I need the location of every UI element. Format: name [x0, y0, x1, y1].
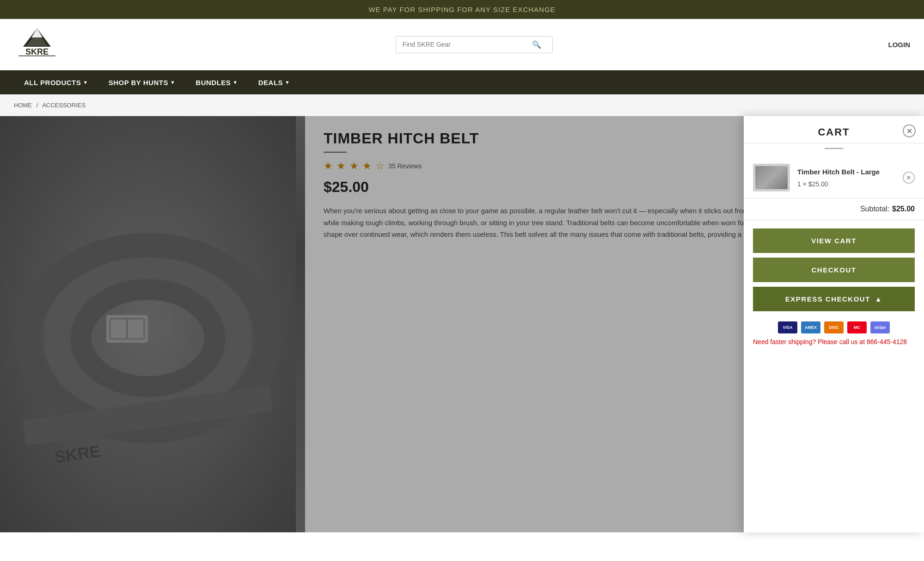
- stripe-icon: stripe: [870, 321, 890, 333]
- login-label[interactable]: LOGIN: [888, 41, 911, 49]
- logo-area[interactable]: SKRE: [14, 26, 60, 63]
- svg-text:SKRE: SKRE: [25, 47, 49, 56]
- chevron-up-icon: ▲: [875, 295, 882, 303]
- cart-item-qty-price: 1 × $25.00: [797, 180, 895, 188]
- nav-item-hunts[interactable]: SHOP BY HUNTS ▼: [98, 70, 186, 94]
- breadcrumb-current: ACCESSORIES: [42, 102, 86, 109]
- header: SKRE 🔍 LOGIN: [0, 19, 924, 70]
- cart-close-button[interactable]: ✕: [903, 124, 916, 137]
- cart-item-info: Timber Hitch Belt - Large 1 × $25.00: [797, 167, 895, 188]
- cart-item-remove-button[interactable]: ✕: [903, 172, 915, 184]
- cart-subtotal-row: Subtotal: $25.00: [744, 198, 924, 220]
- subtotal-amount: $25.00: [892, 205, 915, 213]
- chevron-down-icon: ▼: [285, 80, 290, 85]
- chevron-down-icon: ▼: [170, 80, 175, 85]
- item-img-visual: [755, 166, 788, 189]
- search-bar[interactable]: 🔍: [396, 36, 553, 53]
- cart-item-multiply: ×: [803, 180, 808, 188]
- subtotal-label: Subtotal:: [860, 205, 889, 213]
- nav-item-deals[interactable]: DEALS ▼: [248, 70, 300, 94]
- cart-item-image: [753, 164, 790, 191]
- nav-item-bundles[interactable]: BUNDLES ▼: [185, 70, 248, 94]
- cart-title: CART: [818, 126, 850, 138]
- nav-bar: ALL PRODUCTS ▼ SHOP BY HUNTS ▼ BUNDLES ▼…: [0, 70, 924, 94]
- faster-shipping-message: Need faster shipping? Please call us at …: [744, 333, 924, 356]
- amex-icon: AMEX: [801, 321, 820, 333]
- express-checkout-label: EXPRESS CHECKOUT: [785, 295, 870, 303]
- skre-logo: SKRE: [14, 26, 60, 63]
- cart-buttons: VIEW CART CHECKOUT EXPRESS CHECKOUT ▲: [744, 220, 924, 320]
- cart-item-name: Timber Hitch Belt - Large: [797, 167, 895, 177]
- discover-icon: DISC: [824, 321, 844, 333]
- main-content: SKRE TIMBER HITCH BELT ★ ★ ★ ★ ☆ 35 Revi…: [0, 116, 924, 532]
- nav-item-products[interactable]: ALL PRODUCTS ▼: [14, 70, 98, 94]
- search-input[interactable]: [403, 41, 532, 48]
- cart-item: Timber Hitch Belt - Large 1 × $25.00 ✕: [744, 157, 924, 198]
- mastercard-icon: MC: [847, 321, 867, 333]
- search-icon: 🔍: [532, 40, 541, 49]
- banner-text: WE PAY FOR SHIPPING FOR ANY SIZE EXCHANG…: [368, 6, 555, 13]
- visa-icon: VISA: [778, 321, 797, 333]
- cart-header: CART ✕: [744, 116, 924, 143]
- view-cart-button[interactable]: VIEW CART: [753, 228, 915, 253]
- checkout-button[interactable]: CHECKOUT: [753, 258, 915, 282]
- cart-item-quantity: 1: [797, 180, 801, 188]
- chevron-down-icon: ▼: [233, 80, 238, 85]
- svg-rect-4: [18, 55, 55, 56]
- top-banner: WE PAY FOR SHIPPING FOR ANY SIZE EXCHANG…: [0, 0, 924, 19]
- header-right: LOGIN: [888, 41, 911, 49]
- payment-icons-row: VISA AMEX DISC MC stripe: [744, 321, 924, 333]
- breadcrumb: HOME / ACCESSORIES: [0, 94, 924, 116]
- chevron-down-icon: ▼: [83, 80, 88, 85]
- breadcrumb-separator: /: [37, 102, 38, 109]
- cart-divider: [825, 148, 843, 149]
- cart-item-price: $25.00: [808, 180, 828, 188]
- cart-panel: CART ✕ Timber Hitch Belt - Large 1 × $25…: [744, 116, 924, 532]
- breadcrumb-home[interactable]: HOME: [14, 102, 34, 109]
- express-checkout-button[interactable]: EXPRESS CHECKOUT ▲: [753, 287, 915, 311]
- svg-marker-2: [31, 28, 43, 37]
